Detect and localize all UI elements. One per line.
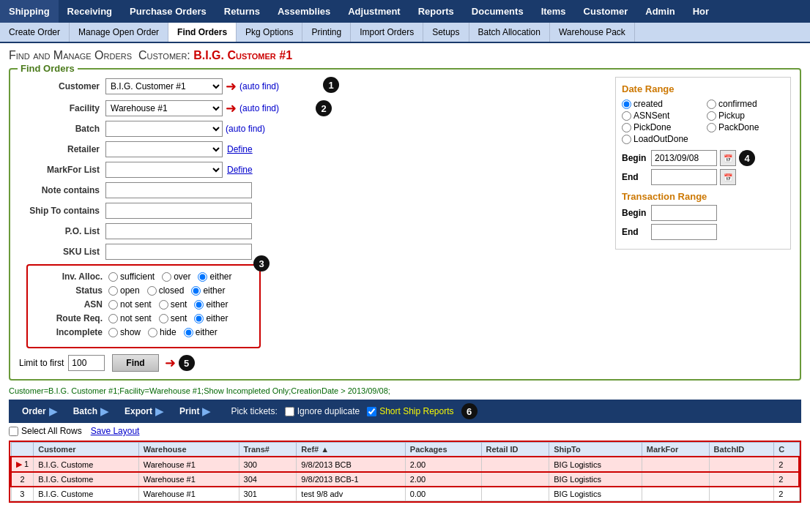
- status-open[interactable]: open: [108, 285, 140, 296]
- date-pickdone[interactable]: PickDone: [622, 122, 699, 132]
- batch-label: Batch: [19, 124, 100, 134]
- end-date-input[interactable]: [651, 169, 717, 185]
- route-sent[interactable]: sent: [159, 313, 187, 323]
- subnav-batch-allocation[interactable]: Batch Allocation: [469, 23, 550, 42]
- callout-2: 2: [316, 100, 332, 116]
- nav-reports[interactable]: Reports: [409, 0, 463, 23]
- export-label: Export: [125, 406, 152, 416]
- inv-alloc-sufficient[interactable]: sufficient: [108, 271, 155, 282]
- status-closed[interactable]: closed: [147, 285, 185, 296]
- trans-begin-row: Begin: [622, 205, 784, 221]
- col-ref[interactable]: Ref# ▲: [297, 443, 405, 457]
- asn-either[interactable]: either: [194, 299, 228, 310]
- col-packages[interactable]: Packages: [405, 443, 481, 457]
- nav-hor[interactable]: Hor: [684, 0, 718, 23]
- row-select-1[interactable]: ▶ 1: [11, 457, 34, 472]
- col-batchid[interactable]: BatchID: [709, 443, 774, 457]
- trans-end-input[interactable]: [651, 224, 717, 240]
- date-packdone[interactable]: PackDone: [707, 122, 784, 132]
- order-button[interactable]: Order ▶: [15, 402, 64, 420]
- asn-not-sent[interactable]: not sent: [108, 299, 152, 310]
- date-loadoutdone[interactable]: LoadOutDone: [622, 134, 699, 144]
- end-calendar-button[interactable]: 📅: [720, 169, 736, 185]
- col-shipto[interactable]: ShipTo: [549, 443, 642, 457]
- nav-shipping[interactable]: Shipping: [0, 0, 59, 23]
- row-packages-3: 0.00: [405, 487, 481, 501]
- col-retail-id[interactable]: Retail ID: [481, 443, 549, 457]
- subnav-create-order[interactable]: Create Order: [0, 23, 70, 42]
- retailer-row: Retailer Define: [19, 141, 606, 157]
- date-pickup[interactable]: Pickup: [707, 110, 784, 121]
- short-ship-checkbox[interactable]: [367, 407, 376, 416]
- po-list-label: P.O. List: [19, 226, 100, 236]
- begin-calendar-button[interactable]: 📅: [720, 150, 736, 166]
- asn-sent[interactable]: sent: [159, 299, 187, 310]
- begin-date-input[interactable]: [651, 150, 717, 166]
- nav-items[interactable]: Items: [532, 0, 575, 23]
- route-either[interactable]: either: [194, 313, 228, 323]
- subnav-import-orders[interactable]: Import Orders: [351, 23, 423, 42]
- subnav-find-orders[interactable]: Find Orders: [168, 23, 237, 42]
- find-button[interactable]: Find: [112, 354, 158, 372]
- nav-assemblies[interactable]: Assemblies: [269, 0, 339, 23]
- retailer-define-link[interactable]: Define: [227, 144, 253, 154]
- trans-begin-input[interactable]: [651, 205, 717, 221]
- subnav-setups[interactable]: Setups: [423, 23, 469, 42]
- export-button[interactable]: Export ▶: [117, 402, 171, 420]
- inv-alloc-either[interactable]: either: [198, 271, 231, 282]
- subnav-printing[interactable]: Printing: [302, 23, 351, 42]
- route-not-sent[interactable]: not sent: [108, 313, 152, 323]
- row-select-3[interactable]: 3: [11, 487, 34, 501]
- col-trans[interactable]: Trans#: [239, 443, 297, 457]
- nav-adjustment[interactable]: Adjustment: [339, 0, 409, 23]
- batch-select[interactable]: [105, 121, 223, 137]
- short-ship-label[interactable]: Short Ship Reports: [367, 406, 453, 416]
- row-select-2[interactable]: 2: [11, 472, 34, 487]
- col-c[interactable]: C: [774, 443, 799, 457]
- ignore-duplicate-checkbox[interactable]: [285, 407, 294, 416]
- nav-receiving[interactable]: Receiving: [59, 0, 121, 23]
- transaction-range-title: Transaction Range: [622, 191, 784, 202]
- date-asnsent[interactable]: ASNSent: [622, 110, 699, 121]
- markfor-select[interactable]: [105, 162, 223, 178]
- table-body: ▶ 1 B.I.G. Custome Warehouse #1 300 9/8/…: [11, 457, 799, 501]
- nav-purchase-orders[interactable]: Purchase Orders: [121, 0, 215, 23]
- col-customer[interactable]: Customer: [34, 443, 138, 457]
- inv-alloc-over[interactable]: over: [162, 271, 190, 282]
- nav-returns[interactable]: Returns: [215, 0, 269, 23]
- nav-customer[interactable]: Customer: [575, 0, 637, 23]
- po-list-input[interactable]: [105, 223, 252, 239]
- limit-input[interactable]: [68, 355, 105, 371]
- incomplete-show[interactable]: show: [108, 327, 141, 337]
- facility-select[interactable]: Warehouse #1: [105, 100, 223, 116]
- col-markfor[interactable]: MarkFor: [642, 443, 709, 457]
- customer-select[interactable]: B.I.G. Customer #1: [105, 78, 223, 94]
- date-created[interactable]: created: [622, 99, 699, 109]
- col-warehouse[interactable]: Warehouse: [138, 443, 239, 457]
- shipto-contains-input[interactable]: [105, 203, 252, 219]
- export-arrow-icon: ▶: [155, 405, 163, 417]
- incomplete-hide[interactable]: hide: [148, 327, 177, 337]
- retailer-select[interactable]: [105, 141, 223, 157]
- save-layout-link[interactable]: Save Layout: [91, 426, 140, 436]
- status-either[interactable]: either: [191, 285, 225, 296]
- callout-5: 5: [179, 355, 195, 371]
- customer-label: Customer: [19, 81, 100, 91]
- incomplete-either[interactable]: either: [184, 327, 218, 337]
- sku-list-input[interactable]: [105, 244, 252, 260]
- batch-button[interactable]: Batch ▶: [66, 402, 116, 420]
- nav-admin[interactable]: Admin: [636, 0, 683, 23]
- select-all-checkbox[interactable]: [9, 427, 18, 436]
- note-contains-input[interactable]: [105, 182, 252, 198]
- markfor-define-link[interactable]: Define: [227, 165, 253, 175]
- ignore-duplicate-label[interactable]: Ignore duplicate: [285, 406, 360, 416]
- select-all-label[interactable]: Select All Rows: [9, 426, 82, 436]
- nav-documents[interactable]: Documents: [463, 0, 532, 23]
- print-button[interactable]: Print ▶: [172, 402, 218, 420]
- subnav-warehouse-pack[interactable]: Warehouse Pack: [550, 23, 635, 42]
- subnav-pkg-options[interactable]: Pkg Options: [237, 23, 302, 42]
- status-options: open closed either: [108, 285, 225, 296]
- date-confirmed[interactable]: confirmed: [707, 99, 784, 109]
- subnav-manage-open-order[interactable]: Manage Open Order: [70, 23, 168, 42]
- batch-auto-find: (auto find): [226, 124, 265, 134]
